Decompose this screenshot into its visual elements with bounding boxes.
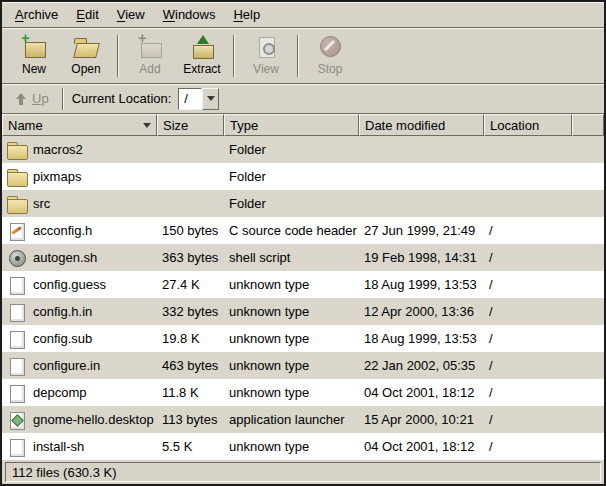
file-date-modified: 12 Apr 2000, 13:36 — [359, 298, 484, 325]
table-row[interactable]: configure.in 463 bytes unknown type 22 J… — [2, 352, 604, 379]
toolbar-separator — [297, 35, 299, 77]
file-type: Folder — [224, 190, 359, 217]
file-date-modified: 15 Apr 2000, 10:21 — [359, 406, 484, 433]
extract-archive-icon — [189, 35, 215, 59]
column-header-label: Size — [163, 118, 188, 133]
new-button[interactable]: New — [8, 32, 60, 80]
file-date-modified — [359, 163, 484, 190]
name-cell: gnome-hello.desktop — [2, 406, 157, 433]
table-row[interactable]: autogen.sh 363 bytes shell script 19 Feb… — [2, 244, 604, 271]
open-folder-icon — [73, 35, 99, 59]
table-row[interactable]: depcomp 11.8 K unknown type 04 Oct 2001,… — [2, 379, 604, 406]
file-size: 113 bytes — [157, 406, 224, 433]
add-button: Add — [124, 32, 176, 80]
file-size: 27.4 K — [157, 271, 224, 298]
file-name: pixmaps — [33, 169, 81, 184]
folder-icon — [7, 141, 27, 159]
location-combo[interactable]: / — [178, 88, 219, 110]
stop-icon — [317, 35, 343, 59]
file-type: Folder — [224, 136, 359, 163]
menu-view[interactable]: View — [108, 3, 154, 26]
name-cell: depcomp — [2, 379, 157, 406]
document-icon — [7, 357, 27, 375]
location-combo-value: / — [178, 88, 202, 110]
table-header: Name Size Type Date modified Location — [2, 114, 604, 136]
table-row[interactable]: macros2 Folder — [2, 136, 604, 163]
open-button[interactable]: Open — [60, 32, 112, 80]
menu-edit[interactable]: Edit — [67, 3, 107, 26]
file-type: Folder — [224, 163, 359, 190]
file-size: 332 bytes — [157, 298, 224, 325]
file-name: config.guess — [33, 277, 106, 292]
table-row[interactable]: pixmaps Folder — [2, 163, 604, 190]
launcher-icon — [7, 411, 27, 429]
file-name: autogen.sh — [33, 250, 97, 265]
column-header-loc[interactable]: Location — [484, 114, 572, 136]
up-button: Up — [10, 89, 54, 108]
table-row[interactable]: config.h.in 332 bytes unknown type 12 Ap… — [2, 298, 604, 325]
file-size — [157, 163, 224, 190]
menu-archive[interactable]: Archive — [6, 3, 67, 26]
file-size: 363 bytes — [157, 244, 224, 271]
file-location: / — [484, 217, 572, 244]
sort-indicator-icon — [139, 123, 151, 128]
file-date-modified: 19 Feb 1998, 14:31 — [359, 244, 484, 271]
extract-button[interactable]: Extract — [176, 32, 228, 80]
location-combo-dropdown-button[interactable] — [202, 88, 219, 110]
name-cell: macros2 — [2, 136, 157, 163]
toolbar-button-label: Stop — [318, 62, 343, 76]
column-header-label: Type — [230, 118, 258, 133]
document-icon — [7, 303, 27, 321]
status-bar: 112 files (630.3 K) — [2, 460, 604, 484]
file-size: 463 bytes — [157, 352, 224, 379]
current-location-label: Current Location: — [72, 91, 172, 106]
file-size: 5.5 K — [157, 433, 224, 460]
archive-manager-window: Archive Edit View Windows Help New Open … — [0, 0, 606, 486]
toolbar-button-label: New — [22, 62, 46, 76]
file-type: unknown type — [224, 271, 359, 298]
file-location: / — [484, 433, 572, 460]
table-row[interactable]: config.sub 19.8 K unknown type 18 Aug 19… — [2, 325, 604, 352]
name-cell: pixmaps — [2, 163, 157, 190]
name-cell: config.sub — [2, 325, 157, 352]
file-size: 11.8 K — [157, 379, 224, 406]
file-date-modified: 04 Oct 2001, 18:12 — [359, 379, 484, 406]
document-icon — [7, 330, 27, 348]
menu-windows[interactable]: Windows — [154, 3, 225, 26]
c-header-icon — [7, 222, 27, 240]
column-header-size[interactable]: Size — [157, 114, 224, 136]
table-row[interactable]: install-sh 5.5 K unknown type 04 Oct 200… — [2, 433, 604, 460]
menu-item-label: View — [117, 7, 145, 22]
column-header-name[interactable]: Name — [2, 114, 157, 136]
name-cell: config.h.in — [2, 298, 157, 325]
column-header-date[interactable]: Date modified — [359, 114, 484, 136]
column-header-type[interactable]: Type — [224, 114, 359, 136]
stop-button: Stop — [304, 32, 356, 80]
table-row[interactable]: acconfig.h 150 bytes C source code heade… — [2, 217, 604, 244]
file-name: src — [33, 196, 50, 211]
name-cell: autogen.sh — [2, 244, 157, 271]
file-type: unknown type — [224, 298, 359, 325]
file-size — [157, 190, 224, 217]
menu-help[interactable]: Help — [224, 3, 269, 26]
file-name: config.h.in — [33, 304, 92, 319]
column-header-label: Name — [8, 118, 43, 133]
file-type: unknown type — [224, 379, 359, 406]
column-header-filler — [572, 114, 604, 136]
up-button-label: Up — [32, 91, 49, 106]
table-row[interactable]: config.guess 27.4 K unknown type 18 Aug … — [2, 271, 604, 298]
file-location — [484, 163, 572, 190]
file-date-modified — [359, 190, 484, 217]
file-type: shell script — [224, 244, 359, 271]
file-name: install-sh — [33, 439, 84, 454]
folder-icon — [7, 195, 27, 213]
file-location: / — [484, 379, 572, 406]
document-icon — [7, 438, 27, 456]
file-location: / — [484, 352, 572, 379]
table-row[interactable]: src Folder — [2, 190, 604, 217]
document-icon — [7, 276, 27, 294]
file-type: C source code header — [224, 217, 359, 244]
file-size — [157, 136, 224, 163]
name-cell: config.guess — [2, 271, 157, 298]
table-row[interactable]: gnome-hello.desktop 113 bytes applicatio… — [2, 406, 604, 433]
